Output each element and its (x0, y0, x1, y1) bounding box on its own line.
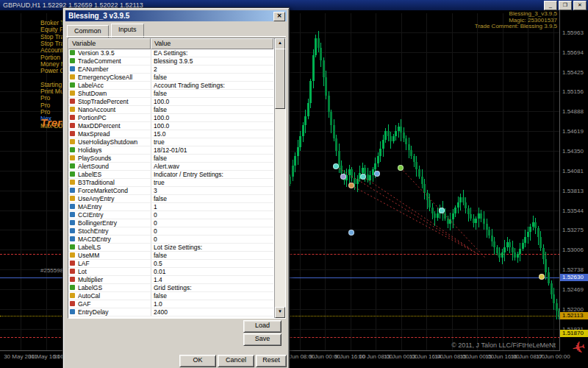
param-row[interactable]: LabelLSLot Size Settings: (68, 244, 273, 252)
vertical-scrollbar[interactable]: ▲ ▼ (274, 38, 285, 318)
ea-properties-dialog: Blessing_3 v3.9.5 ✕ Common Inputs Variab… (62, 7, 290, 368)
param-row[interactable]: UseAnyEntryfalse (68, 195, 273, 203)
param-value[interactable]: 0 (154, 227, 272, 235)
param-value[interactable]: false (154, 195, 272, 202)
param-row[interactable]: EntryDelay2400 (68, 308, 273, 316)
cancel-button[interactable]: Cancel (218, 355, 254, 367)
param-row[interactable]: UseHolidayShutdowntrue (68, 138, 273, 146)
param-value[interactable]: EA Settings: (154, 49, 272, 57)
param-type-icon (70, 131, 75, 136)
param-row[interactable]: LabelESIndicator / Entry Settings: (68, 171, 273, 179)
param-value[interactable]: true (154, 179, 272, 186)
param-type-icon (70, 99, 75, 104)
param-row[interactable]: Version 3.9.5EA Settings: (68, 49, 273, 57)
column-header-value[interactable]: Value (151, 38, 273, 49)
param-value[interactable]: 2 (154, 66, 272, 73)
param-row[interactable]: B3Traditionaltrue (68, 179, 273, 187)
param-name: AlertSound (78, 163, 149, 170)
param-value[interactable]: 0 (154, 211, 272, 219)
param-row[interactable]: MAEntry1 (68, 203, 273, 211)
ok-button[interactable]: OK (179, 355, 216, 367)
param-row[interactable]: PortionPC100.0 (68, 114, 273, 122)
param-value[interactable]: false (154, 90, 272, 97)
scrollbar-thumb[interactable] (275, 49, 285, 109)
price-axis-label: 1.52469 (562, 286, 584, 293)
param-value[interactable]: 15.0 (154, 130, 272, 138)
param-row[interactable]: TradeCommentBlessing 3.9.5 (68, 57, 273, 66)
param-type-icon (70, 188, 75, 193)
param-row[interactable]: BollingerEntry0 (68, 219, 273, 227)
reset-button[interactable]: Reset (256, 355, 287, 367)
trade-marker-icon (398, 165, 404, 171)
param-name: B3Traditional (78, 179, 149, 186)
load-button[interactable]: Load (243, 320, 282, 333)
param-row[interactable]: StochEntry0 (68, 227, 273, 236)
param-value[interactable]: 1.0 (154, 300, 272, 308)
dialog-titlebar[interactable]: Blessing_3 v3.9.5 ✕ (65, 10, 287, 21)
param-value[interactable]: false (154, 106, 272, 113)
param-value[interactable]: 0 (154, 219, 272, 227)
param-row[interactable]: EmergencyCloseAllfalse (68, 74, 273, 82)
save-button[interactable]: Save (243, 333, 282, 346)
param-type-icon (70, 180, 75, 185)
param-type-icon (70, 301, 75, 306)
param-value[interactable]: 2400 (154, 308, 272, 316)
param-row[interactable]: MaxDDPercent100.0 (68, 122, 273, 130)
parameters-list: Version 3.9.5EA Settings:TradeCommentBle… (68, 49, 273, 316)
param-name: Multiplier (78, 276, 149, 283)
param-value[interactable]: Indicator / Entry Settings: (154, 171, 272, 178)
param-value[interactable]: Grid Settings: (154, 284, 272, 291)
close-button[interactable]: ✕ (573, 1, 587, 10)
param-name: Version 3.9.5 (78, 49, 149, 57)
param-value[interactable]: false (154, 292, 272, 300)
param-value[interactable]: true (154, 138, 272, 146)
param-value[interactable]: 100.0 (154, 122, 272, 130)
param-row[interactable]: EANumber2 (68, 66, 273, 74)
param-row[interactable]: UseMMfalse (68, 252, 273, 260)
param-value[interactable]: Alert.wav (154, 163, 272, 170)
param-row[interactable]: Multiplier1.4 (68, 276, 273, 284)
param-value[interactable]: Account Trading Settings: (154, 82, 272, 89)
param-value[interactable]: false (154, 252, 272, 259)
param-value[interactable]: false (154, 155, 272, 162)
param-value[interactable]: 0.01 (154, 268, 272, 275)
param-row[interactable]: NanoAccountfalse (68, 106, 273, 114)
param-value[interactable]: Lot Size Settings: (154, 244, 272, 251)
dialog-title: Blessing_3 v3.9.5 (68, 12, 129, 20)
scroll-down-icon[interactable]: ▼ (275, 307, 285, 318)
param-value[interactable]: 100.0 (154, 98, 272, 105)
param-value[interactable]: 1.4 (154, 276, 272, 283)
trade-marker-icon (333, 163, 339, 169)
param-row[interactable]: Lot0.01 (68, 268, 273, 276)
minimize-button[interactable]: _ (544, 1, 557, 10)
price-axis-label: 1.53275 (562, 227, 584, 233)
param-row[interactable]: ShutDownfalse (68, 90, 273, 98)
param-row[interactable]: AlertSoundAlert.wav (68, 163, 273, 171)
param-row[interactable]: MaxSpread15.0 (68, 130, 273, 138)
param-row[interactable]: LabelAccAccount Trading Settings: (68, 82, 273, 90)
param-row[interactable]: PlaySoundsfalse (68, 155, 273, 163)
param-row[interactable]: CCIEntry0 (68, 211, 273, 219)
param-row[interactable]: Holidays18/12-01/01 (68, 146, 273, 155)
param-value[interactable]: Blessing 3.9.5 (154, 57, 272, 65)
param-value[interactable]: 100.0 (154, 114, 272, 121)
param-row[interactable]: LAF0.5 (68, 260, 273, 268)
param-row[interactable]: LabelGSGrid Settings: (68, 284, 273, 292)
param-row[interactable]: StopTradePercent100.0 (68, 98, 273, 106)
param-value[interactable]: 18/12-01/01 (154, 146, 272, 154)
param-value[interactable]: 0.5 (154, 260, 272, 267)
param-value[interactable]: false (154, 74, 272, 81)
dialog-close-icon[interactable]: ✕ (273, 12, 285, 21)
column-header-variable[interactable]: Variable (68, 38, 151, 49)
price-axis-label: 1.55963 (562, 29, 584, 36)
param-value[interactable]: 0 (154, 236, 272, 243)
restore-button[interactable]: ❐ (559, 1, 572, 10)
param-row[interactable]: AutoCalfalse (68, 292, 273, 300)
price-axis[interactable]: 1.559631.556941.554251.551561.548881.546… (559, 10, 588, 351)
param-value[interactable]: 1 (154, 203, 272, 210)
param-row[interactable]: MACDEntry0 (68, 236, 273, 244)
param-row[interactable]: ForceMarketCond3 (68, 187, 273, 195)
scroll-up-icon[interactable]: ▲ (275, 38, 285, 49)
param-value[interactable]: 3 (154, 187, 272, 194)
param-row[interactable]: GAF1.0 (68, 300, 273, 308)
